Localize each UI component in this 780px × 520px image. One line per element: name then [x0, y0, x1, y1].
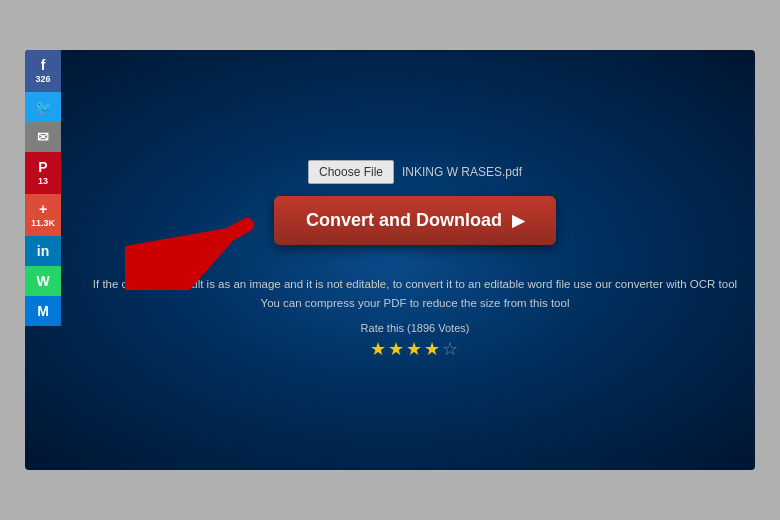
convert-button-label: Convert and Download [306, 210, 502, 231]
linkedin-icon: in [37, 244, 49, 258]
messenger-button[interactable]: M [25, 296, 61, 326]
file-input-area: Choose File INKING W RASES.pdf [308, 160, 522, 184]
twitter-icon: 🐦 [35, 100, 52, 114]
info-line2: You can compress your PDF to reduce the … [93, 294, 737, 312]
star-rating[interactable]: ★★★★☆ [93, 338, 737, 360]
convert-download-button[interactable]: Convert and Download ▶ [274, 196, 556, 245]
plus-count: 11.3K [31, 218, 55, 228]
facebook-button[interactable]: f 326 [25, 50, 61, 92]
facebook-icon: f [41, 58, 46, 72]
facebook-count: 326 [35, 74, 50, 84]
rate-label: Rate this (1896 Votes) [93, 322, 737, 334]
googleplus-button[interactable]: + 11.3K [25, 194, 61, 236]
file-name-display: INKING W RASES.pdf [402, 165, 522, 179]
whatsapp-button[interactable]: W [25, 266, 61, 296]
email-icon: ✉ [37, 130, 49, 144]
info-section: If the converted result is as an image a… [93, 275, 737, 360]
social-sidebar: f 326 🐦 ✉ P 13 + 11.3K in W M [25, 50, 61, 470]
svg-line-1 [151, 225, 247, 279]
rate-section: Rate this (1896 Votes) ★★★★☆ [93, 322, 737, 360]
main-content: Choose File INKING W RASES.pdf Convert a… [25, 50, 755, 470]
email-button[interactable]: ✉ [25, 122, 61, 152]
choose-file-button[interactable]: Choose File [308, 160, 394, 184]
empty-star: ☆ [442, 339, 460, 359]
pinterest-button[interactable]: P 13 [25, 152, 61, 194]
arrow-right-icon: ▶ [512, 211, 524, 230]
info-line1: If the converted result is as an image a… [93, 275, 737, 293]
main-frame: f 326 🐦 ✉ P 13 + 11.3K in W M Choose [25, 50, 755, 470]
pinterest-count: 13 [38, 176, 48, 186]
messenger-icon: M [37, 304, 49, 318]
pinterest-icon: P [38, 160, 47, 174]
linkedin-button[interactable]: in [25, 236, 61, 266]
whatsapp-icon: W [36, 274, 49, 288]
twitter-button[interactable]: 🐦 [25, 92, 61, 122]
plus-icon: + [39, 202, 47, 216]
